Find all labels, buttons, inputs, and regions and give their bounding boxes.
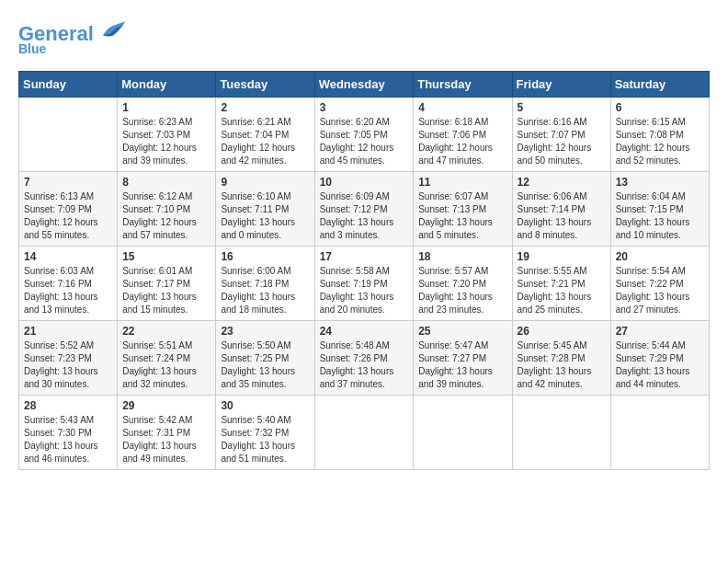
day-info: Sunrise: 5:54 AM Sunset: 7:22 PM Dayligh… (616, 265, 704, 316)
calendar-cell: 22Sunrise: 5:51 AM Sunset: 7:24 PM Dayli… (118, 321, 216, 396)
day-info: Sunrise: 6:07 AM Sunset: 7:13 PM Dayligh… (418, 190, 506, 242)
day-info: Sunrise: 6:21 AM Sunset: 7:04 PM Dayligh… (221, 116, 309, 167)
day-number: 17 (320, 250, 409, 263)
day-info: Sunrise: 5:42 AM Sunset: 7:31 PM Dayligh… (122, 414, 210, 465)
column-header-friday: Friday (512, 72, 610, 98)
day-info: Sunrise: 6:00 AM Sunset: 7:18 PM Dayligh… (221, 265, 309, 316)
calendar-cell: 20Sunrise: 5:54 AM Sunset: 7:22 PM Dayli… (610, 247, 709, 321)
day-info: Sunrise: 6:03 AM Sunset: 7:16 PM Dayligh… (24, 265, 112, 316)
day-info: Sunrise: 6:18 AM Sunset: 7:06 PM Dayligh… (418, 116, 506, 167)
day-info: Sunrise: 5:55 AM Sunset: 7:21 PM Dayligh… (518, 265, 606, 316)
calendar-cell: 14Sunrise: 6:03 AM Sunset: 7:16 PM Dayli… (19, 247, 118, 321)
day-number: 30 (221, 399, 309, 412)
day-number: 10 (320, 176, 409, 189)
calendar-cell: 26Sunrise: 5:45 AM Sunset: 7:28 PM Dayli… (512, 321, 610, 396)
calendar-header-row: SundayMondayTuesdayWednesdayThursdayFrid… (19, 72, 710, 98)
calendar-cell: 25Sunrise: 5:47 AM Sunset: 7:27 PM Dayli… (414, 321, 512, 396)
page-header: General Blue (18, 18, 710, 56)
calendar-cell: 8Sunrise: 6:12 AM Sunset: 7:10 PM Daylig… (118, 172, 216, 247)
day-number: 18 (418, 250, 506, 263)
calendar-cell: 17Sunrise: 5:58 AM Sunset: 7:19 PM Dayli… (314, 247, 414, 321)
calendar-cell (19, 98, 118, 172)
day-number: 15 (122, 250, 210, 263)
day-info: Sunrise: 6:10 AM Sunset: 7:11 PM Dayligh… (221, 190, 309, 242)
calendar-cell: 5Sunrise: 6:16 AM Sunset: 7:07 PM Daylig… (512, 98, 610, 172)
calendar-week-row: 7Sunrise: 6:13 AM Sunset: 7:09 PM Daylig… (19, 172, 710, 247)
calendar-cell: 1Sunrise: 6:23 AM Sunset: 7:03 PM Daylig… (118, 98, 216, 172)
day-info: Sunrise: 5:52 AM Sunset: 7:23 PM Dayligh… (24, 339, 112, 391)
day-info: Sunrise: 5:48 AM Sunset: 7:26 PM Dayligh… (320, 339, 409, 391)
calendar-table: SundayMondayTuesdayWednesdayThursdayFrid… (18, 71, 710, 470)
day-info: Sunrise: 5:43 AM Sunset: 7:30 PM Dayligh… (24, 414, 112, 465)
calendar-cell: 11Sunrise: 6:07 AM Sunset: 7:13 PM Dayli… (414, 172, 512, 247)
day-number: 24 (320, 325, 409, 338)
day-info: Sunrise: 6:04 AM Sunset: 7:15 PM Dayligh… (616, 190, 704, 242)
day-number: 2 (221, 101, 309, 114)
calendar-cell: 18Sunrise: 5:57 AM Sunset: 7:20 PM Dayli… (414, 247, 512, 321)
calendar-cell: 19Sunrise: 5:55 AM Sunset: 7:21 PM Dayli… (512, 247, 610, 321)
day-number: 27 (616, 325, 704, 338)
calendar-cell (512, 396, 610, 470)
day-number: 21 (24, 325, 112, 338)
calendar-cell: 13Sunrise: 6:04 AM Sunset: 7:15 PM Dayli… (610, 172, 709, 247)
calendar-cell: 23Sunrise: 5:50 AM Sunset: 7:25 PM Dayli… (216, 321, 314, 396)
day-info: Sunrise: 6:15 AM Sunset: 7:08 PM Dayligh… (616, 116, 704, 167)
day-info: Sunrise: 6:23 AM Sunset: 7:03 PM Dayligh… (122, 116, 210, 167)
calendar-cell: 2Sunrise: 6:21 AM Sunset: 7:04 PM Daylig… (216, 98, 314, 172)
day-number: 7 (24, 176, 112, 189)
day-info: Sunrise: 6:01 AM Sunset: 7:17 PM Dayligh… (122, 265, 210, 316)
calendar-cell: 29Sunrise: 5:42 AM Sunset: 7:31 PM Dayli… (118, 396, 216, 470)
day-number: 13 (616, 176, 704, 189)
day-info: Sunrise: 5:45 AM Sunset: 7:28 PM Dayligh… (518, 339, 606, 391)
day-number: 8 (122, 176, 210, 189)
day-info: Sunrise: 5:40 AM Sunset: 7:32 PM Dayligh… (221, 414, 309, 465)
calendar-cell: 9Sunrise: 6:10 AM Sunset: 7:11 PM Daylig… (216, 172, 314, 247)
day-number: 4 (418, 101, 506, 114)
day-number: 28 (24, 399, 112, 412)
calendar-cell: 10Sunrise: 6:09 AM Sunset: 7:12 PM Dayli… (314, 172, 414, 247)
calendar-week-row: 14Sunrise: 6:03 AM Sunset: 7:16 PM Dayli… (19, 247, 710, 321)
calendar-week-row: 21Sunrise: 5:52 AM Sunset: 7:23 PM Dayli… (19, 321, 710, 396)
calendar-cell: 15Sunrise: 6:01 AM Sunset: 7:17 PM Dayli… (118, 247, 216, 321)
calendar-cell: 27Sunrise: 5:44 AM Sunset: 7:29 PM Dayli… (610, 321, 709, 396)
day-info: Sunrise: 5:57 AM Sunset: 7:20 PM Dayligh… (418, 265, 506, 316)
calendar-week-row: 28Sunrise: 5:43 AM Sunset: 7:30 PM Dayli… (19, 396, 710, 470)
calendar-cell: 12Sunrise: 6:06 AM Sunset: 7:14 PM Dayli… (512, 172, 610, 247)
column-header-monday: Monday (118, 72, 216, 98)
day-number: 1 (122, 101, 210, 114)
calendar-cell: 3Sunrise: 6:20 AM Sunset: 7:05 PM Daylig… (314, 98, 414, 172)
calendar-cell: 21Sunrise: 5:52 AM Sunset: 7:23 PM Dayli… (19, 321, 118, 396)
calendar-cell: 7Sunrise: 6:13 AM Sunset: 7:09 PM Daylig… (19, 172, 118, 247)
column-header-saturday: Saturday (610, 72, 709, 98)
day-info: Sunrise: 5:51 AM Sunset: 7:24 PM Dayligh… (122, 339, 210, 391)
calendar-cell: 16Sunrise: 6:00 AM Sunset: 7:18 PM Dayli… (216, 247, 314, 321)
day-number: 6 (616, 101, 704, 114)
day-info: Sunrise: 6:09 AM Sunset: 7:12 PM Dayligh… (320, 190, 409, 242)
day-number: 5 (518, 101, 606, 114)
calendar-cell: 24Sunrise: 5:48 AM Sunset: 7:26 PM Dayli… (314, 321, 414, 396)
day-number: 20 (616, 250, 704, 263)
calendar-cell (414, 396, 512, 470)
column-header-sunday: Sunday (19, 72, 118, 98)
calendar-cell: 6Sunrise: 6:15 AM Sunset: 7:08 PM Daylig… (610, 98, 709, 172)
day-number: 11 (418, 176, 506, 189)
calendar-cell: 4Sunrise: 6:18 AM Sunset: 7:06 PM Daylig… (414, 98, 512, 172)
logo-bird-icon (101, 18, 127, 40)
day-info: Sunrise: 5:44 AM Sunset: 7:29 PM Dayligh… (616, 339, 704, 391)
day-info: Sunrise: 5:47 AM Sunset: 7:27 PM Dayligh… (418, 339, 506, 391)
calendar-week-row: 1Sunrise: 6:23 AM Sunset: 7:03 PM Daylig… (19, 98, 710, 172)
column-header-tuesday: Tuesday (216, 72, 314, 98)
day-number: 9 (221, 176, 309, 189)
day-number: 16 (221, 250, 309, 263)
day-number: 3 (320, 101, 409, 114)
day-number: 19 (518, 250, 606, 263)
day-number: 25 (418, 325, 506, 338)
day-info: Sunrise: 6:13 AM Sunset: 7:09 PM Dayligh… (24, 190, 112, 242)
column-header-wednesday: Wednesday (314, 72, 414, 98)
day-number: 14 (24, 250, 112, 263)
day-number: 26 (518, 325, 606, 338)
day-info: Sunrise: 5:50 AM Sunset: 7:25 PM Dayligh… (221, 339, 309, 391)
calendar-cell (610, 396, 709, 470)
day-number: 22 (122, 325, 210, 338)
calendar-cell: 28Sunrise: 5:43 AM Sunset: 7:30 PM Dayli… (19, 396, 118, 470)
